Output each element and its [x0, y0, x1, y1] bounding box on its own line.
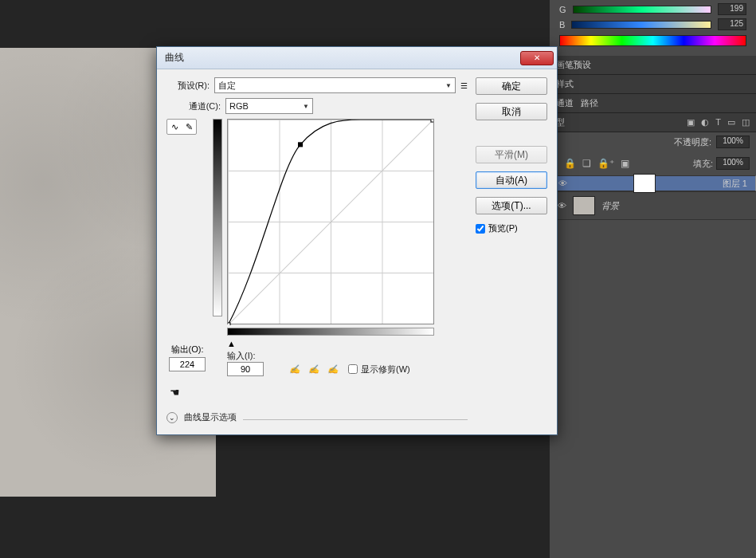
- channel-value: RGB: [229, 101, 249, 111]
- input-field[interactable]: [227, 362, 264, 376]
- tab-brush-presets[interactable]: 画笔预设: [550, 56, 756, 75]
- preview-checkbox[interactable]: 预览(P): [476, 222, 547, 234]
- tab-styles[interactable]: 样式: [550, 75, 756, 94]
- layer-thumb[interactable]: [573, 196, 595, 215]
- tab-paths[interactable]: 路径: [581, 98, 598, 108]
- horizontal-gradient: [227, 328, 434, 336]
- layer-thumb[interactable]: [633, 174, 656, 193]
- curve-graph[interactable]: [227, 119, 434, 324]
- preset-menu-icon[interactable]: ☰: [460, 81, 468, 90]
- preset-select[interactable]: 自定 ▼: [214, 77, 456, 93]
- pencil-mode-icon[interactable]: ✎: [186, 122, 193, 132]
- svg-rect-1: [298, 142, 303, 147]
- lock-fill-icon[interactable]: ▣: [621, 158, 629, 169]
- visibility-icon[interactable]: 👁: [558, 201, 566, 210]
- hand-tool-icon[interactable]: ☚: [170, 386, 180, 399]
- output-label: 输出(O):: [171, 344, 204, 356]
- options-button[interactable]: 选项(T)...: [476, 197, 547, 214]
- svg-rect-3: [228, 323, 230, 325]
- slider-value-b[interactable]: 125: [718, 18, 746, 30]
- path-icon[interactable]: ◫: [742, 117, 750, 128]
- slider-bar-g[interactable]: [573, 6, 711, 14]
- channel-label: 通道(C):: [182, 100, 221, 112]
- dialog-titlebar[interactable]: 曲线 ✕: [157, 47, 557, 69]
- chevron-down-icon: ▼: [445, 82, 452, 89]
- draw-mode-toggle[interactable]: ∿ ✎: [166, 119, 197, 135]
- eyedropper-gray-icon[interactable]: ✍: [308, 364, 319, 375]
- close-button[interactable]: ✕: [520, 51, 554, 65]
- fill-label: 填充:: [693, 158, 713, 170]
- slider-bar-b[interactable]: [571, 21, 711, 29]
- slider-value-g[interactable]: 199: [718, 3, 746, 15]
- preview-label: 预览(P): [488, 222, 518, 234]
- output-field[interactable]: [169, 357, 206, 371]
- slider-g[interactable]: G 199: [559, 3, 746, 15]
- expand-icon[interactable]: ⌄: [166, 412, 178, 423]
- channel-select[interactable]: RGB ▼: [225, 98, 313, 114]
- layer-name[interactable]: 背景: [601, 200, 619, 212]
- cancel-button[interactable]: 取消: [476, 103, 547, 120]
- curves-dialog: 曲线 ✕ 预设(R): 自定 ▼ ☰ 通道(C): RGB ▼: [156, 46, 558, 435]
- curve-display-label[interactable]: 曲线显示选项: [184, 411, 237, 423]
- lock-all-icon[interactable]: 🔒: [564, 158, 576, 169]
- slider-b[interactable]: B 125: [559, 18, 746, 30]
- smooth-button[interactable]: 平滑(M): [476, 146, 547, 163]
- eyedropper-black-icon[interactable]: ✍: [289, 364, 300, 375]
- opacity-value[interactable]: 100%: [716, 136, 750, 148]
- visibility-icon[interactable]: 👁: [558, 179, 567, 188]
- tab-channels-paths: 通道 路径: [550, 94, 756, 113]
- auto-button[interactable]: 自动(A): [476, 171, 547, 189]
- input-label: 输入(I):: [227, 350, 255, 362]
- lock-pixels-icon[interactable]: ❏: [582, 158, 591, 169]
- preset-value: 自定: [218, 80, 236, 92]
- chevron-down-icon: ▼: [303, 103, 309, 110]
- svg-rect-2: [431, 120, 433, 122]
- slider-label-b: B: [559, 20, 565, 29]
- show-clipping-checkbox[interactable]: 显示修剪(W): [348, 363, 410, 375]
- eyedropper-white-icon[interactable]: ✍: [327, 364, 339, 375]
- image-icon[interactable]: ▣: [687, 117, 695, 128]
- fill-value[interactable]: 100%: [716, 157, 750, 170]
- shape-icon[interactable]: ▭: [727, 117, 735, 128]
- preset-label: 预设(R):: [166, 80, 210, 92]
- curve-mode-icon[interactable]: ∿: [171, 122, 178, 132]
- spectrum-bar[interactable]: [559, 35, 746, 46]
- layer-row[interactable]: 👁 图层 1: [550, 175, 756, 191]
- svg-line-0: [228, 120, 433, 325]
- layer-row[interactable]: 👁 背景: [550, 191, 756, 220]
- tab-channels[interactable]: 通道: [556, 98, 574, 108]
- mask-icon[interactable]: ◐: [701, 117, 709, 128]
- opacity-label: 不透明度:: [674, 136, 711, 148]
- show-clipping-label: 显示修剪(W): [361, 363, 410, 375]
- slider-label-g: G: [559, 5, 566, 14]
- layer-name[interactable]: 图层 1: [723, 178, 747, 190]
- right-panel-stack: G 199 B 125 画笔预设 样式 通道 路径 型 ▣ ◐ T ▭ ◫ 不透…: [550, 0, 756, 558]
- ok-button[interactable]: 确定: [476, 77, 547, 95]
- lock-position-icon[interactable]: 🔒⁺: [597, 158, 614, 169]
- text-icon[interactable]: T: [715, 117, 721, 128]
- dialog-title: 曲线: [165, 51, 520, 65]
- vertical-gradient: [213, 119, 222, 316]
